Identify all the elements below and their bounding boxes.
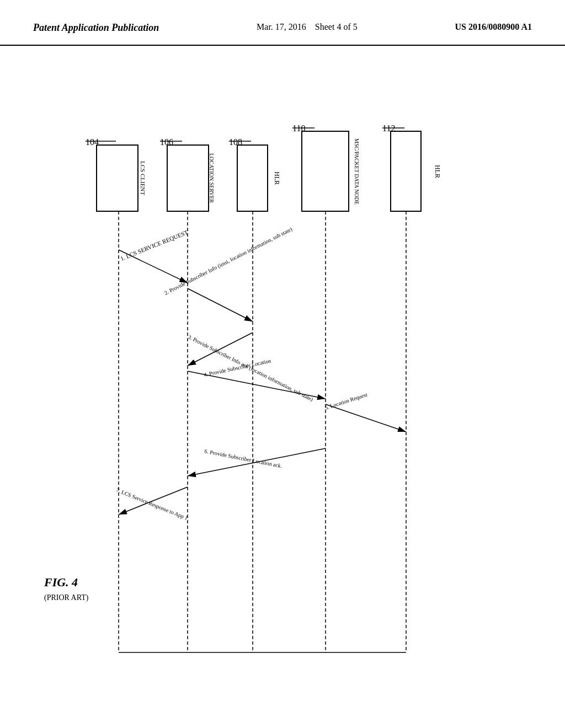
publication-date-sheet: Mar. 17, 2016 Sheet 4 of 5 [257, 22, 358, 32]
hlr1-box [237, 145, 268, 211]
publication-title: Patent Application Publication [33, 22, 159, 34]
msc-label: MSC/PACKET DATA NODE [354, 138, 360, 205]
page-header: Patent Application Publication Mar. 17, … [0, 0, 565, 46]
sheet-info: Sheet 4 of 5 [315, 22, 358, 31]
msc-box [302, 131, 349, 211]
location-server-label: LOCATION SERVER [209, 153, 215, 203]
lcs-client-label: LCS CLIENT [140, 161, 146, 195]
diagram-area: 104 LCS CLIENT 106 LOCATION SERVER 108 H… [0, 46, 565, 708]
location-server-box [167, 145, 209, 211]
hlr2-label: HLR [434, 165, 441, 178]
step1-label: 1. LCS SERVICE REQUEST [119, 229, 189, 262]
figure-label: FIG. 4 [44, 575, 78, 589]
step5-label: 5. Location Request [324, 392, 368, 411]
hlr2-box [391, 131, 421, 211]
lcs-client-box [97, 145, 138, 211]
patent-number: US 2016/0080900 A1 [455, 22, 532, 32]
hlr1-label: HLR [273, 172, 281, 185]
step7-label: 7. LCS Service Response to App 1 [115, 487, 189, 521]
figure-svg: 104 LCS CLIENT 106 LOCATION SERVER 108 H… [0, 46, 565, 708]
figure-note: (PRIOR ART) [44, 593, 89, 602]
arrow-step5 [326, 404, 406, 432]
step6-label: 6. Provide Subscriber Location ack. [204, 448, 283, 469]
arrow-step2 [188, 288, 253, 322]
publication-date: Mar. 17, 2016 [257, 22, 306, 31]
